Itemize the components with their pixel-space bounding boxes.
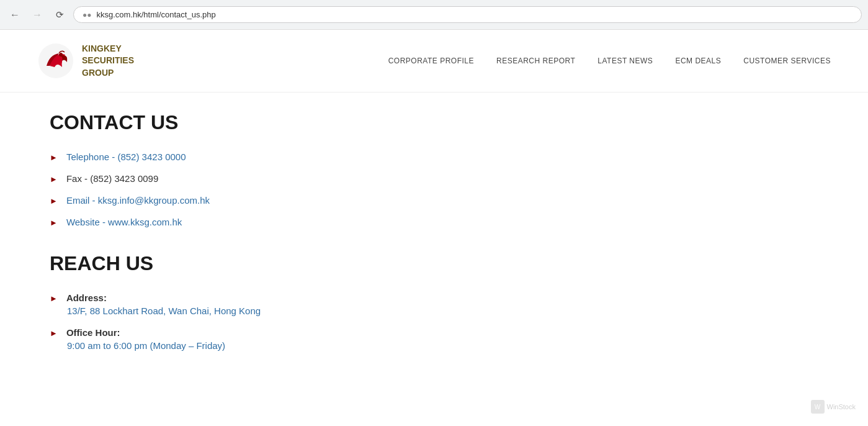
website-link[interactable]: Website - www.kksg.com.hk bbox=[66, 217, 182, 227]
list-item: ► Email - kksg.info@kkgroup.com.hk bbox=[50, 195, 818, 206]
reach-title: REACH US bbox=[50, 252, 818, 275]
watermark-text: WinStock bbox=[827, 403, 856, 410]
watermark-icon: W bbox=[811, 400, 825, 414]
reach-list: ► Address: 13/F, 88 Lockhart Road, Wan C… bbox=[50, 292, 818, 351]
list-item: ► Website - www.kksg.com.hk bbox=[50, 217, 818, 227]
office-hour-detail: 9:00 am to 6:00 pm (Monday – Friday) bbox=[67, 340, 225, 351]
forward-button[interactable]: → bbox=[29, 6, 46, 24]
list-item: ► Fax - (852) 3423 0099 bbox=[50, 173, 818, 184]
address-icon: ●● bbox=[83, 11, 92, 19]
address-bar[interactable]: ●● kksg.com.hk/html/contact_us.php bbox=[73, 6, 862, 23]
nav-customer-services[interactable]: CUSTOMER SERVICES bbox=[743, 57, 831, 65]
contact-title: CONTACT US bbox=[50, 111, 818, 134]
browser-chrome: ← → ⟳ ●● kksg.com.hk/html/contact_us.php bbox=[0, 0, 868, 30]
bullet-icon: ► bbox=[50, 294, 58, 303]
bullet-icon: ► bbox=[50, 153, 58, 162]
list-item: ► Office Hour: 9:00 am to 6:00 pm (Monda… bbox=[50, 327, 818, 351]
site-nav: CORPORATE PROFILE RESEARCH REPORT LATEST… bbox=[388, 57, 831, 65]
address-link[interactable]: 13/F, 88 Lockhart Road, Wan Chai, Hong K… bbox=[67, 306, 261, 316]
list-item: ► Telephone - (852) 3423 0000 bbox=[50, 152, 818, 162]
nav-research-report[interactable]: RESEARCH REPORT bbox=[496, 57, 575, 65]
telephone-link[interactable]: Telephone - (852) 3423 0000 bbox=[66, 152, 186, 162]
nav-latest-news[interactable]: LATEST NEWS bbox=[597, 57, 653, 65]
bullet-icon: ► bbox=[50, 196, 58, 206]
list-item: ► Address: 13/F, 88 Lockhart Road, Wan C… bbox=[50, 292, 818, 316]
logo-icon bbox=[37, 42, 74, 79]
svg-point-1 bbox=[59, 53, 63, 57]
bullet-icon: ► bbox=[50, 174, 58, 184]
office-hour-label: Office Hour: bbox=[66, 327, 120, 338]
address-header: ► Address: bbox=[50, 292, 107, 303]
office-hour-text: 9:00 am to 6:00 pm (Monday – Friday) bbox=[67, 340, 225, 351]
nav-corporate-profile[interactable]: CORPORATE PROFILE bbox=[388, 57, 474, 65]
office-hour-header: ► Office Hour: bbox=[50, 327, 120, 338]
back-button[interactable]: ← bbox=[6, 6, 24, 24]
email-link[interactable]: Email - kksg.info@kkgroup.com.hk bbox=[66, 195, 210, 206]
address-detail: 13/F, 88 Lockhart Road, Wan Chai, Hong K… bbox=[67, 306, 261, 316]
main-content: CONTACT US ► Telephone - (852) 3423 0000… bbox=[0, 93, 868, 401]
page-content: KINGKEY SECURITIES GROUP CORPORATE PROFI… bbox=[0, 30, 868, 426]
contact-section: CONTACT US ► Telephone - (852) 3423 0000… bbox=[50, 111, 818, 227]
reach-section: REACH US ► Address: 13/F, 88 Lockhart Ro… bbox=[50, 252, 818, 351]
logo-text: KINGKEY SECURITIES GROUP bbox=[82, 43, 134, 79]
logo-link[interactable]: KINGKEY SECURITIES GROUP bbox=[37, 42, 134, 79]
address-text: kksg.com.hk/html/contact_us.php bbox=[97, 10, 216, 19]
address-label: Address: bbox=[66, 292, 107, 303]
bullet-icon: ► bbox=[50, 329, 58, 338]
site-header: KINGKEY SECURITIES GROUP CORPORATE PROFI… bbox=[0, 30, 868, 93]
refresh-button[interactable]: ⟳ bbox=[51, 6, 68, 24]
watermark: W WinStock bbox=[811, 400, 856, 414]
bullet-icon: ► bbox=[50, 218, 58, 227]
nav-ecm-deals[interactable]: ECM DEALS bbox=[675, 57, 721, 65]
fax-text: Fax - (852) 3423 0099 bbox=[66, 173, 158, 184]
contact-list: ► Telephone - (852) 3423 0000 ► Fax - (8… bbox=[50, 152, 818, 227]
